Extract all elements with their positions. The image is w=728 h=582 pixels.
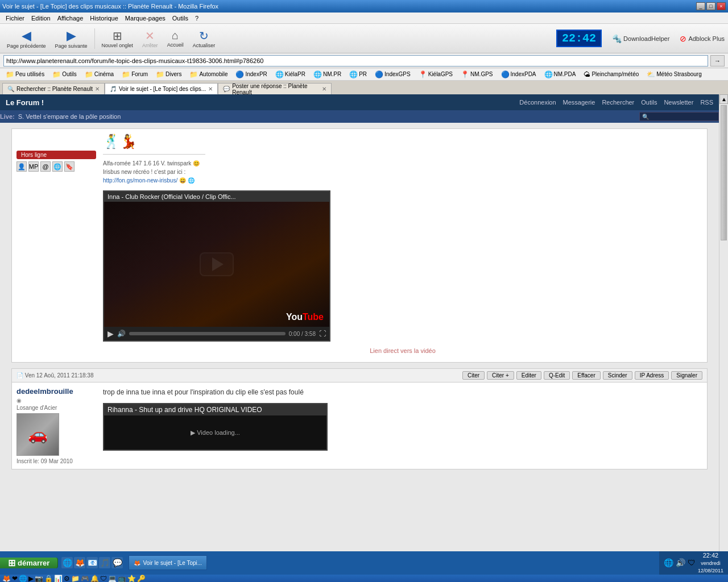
menu-fichier[interactable]: Fichier (2, 14, 28, 23)
tb-icon-1[interactable]: 🦊 (2, 575, 11, 582)
fullscreen-icon[interactable]: ⛶ (319, 330, 326, 338)
bookmark-indexgps2[interactable]: 🔵 IndexPDA (498, 69, 540, 80)
adblock-icon: ⊘ (680, 34, 686, 43)
minimize-button[interactable]: _ (696, 2, 705, 10)
scroll-track[interactable] (719, 104, 728, 555)
menu-marque-pages[interactable]: Marque-pages (122, 14, 169, 23)
offline-button[interactable]: Hors ligne (16, 151, 96, 159)
firefox-icon[interactable]: 🦊 (74, 557, 85, 568)
bookmark-forum[interactable]: 📁 Forum (118, 69, 151, 80)
tb-icon-10[interactable]: 🎮 (81, 575, 89, 582)
tab-topic[interactable]: 🎵 Voir le sujet - [Le Topic] des clips..… (105, 83, 218, 94)
tray-security-icon[interactable]: 🛡 (688, 558, 696, 567)
bookmark-peu-utilises[interactable]: 📁 Peu utilisés (2, 69, 48, 80)
tb-icon-4[interactable]: ▶ (28, 575, 34, 582)
play-ctrl-icon[interactable]: ▶ (107, 329, 114, 338)
menu-edition[interactable]: Edition (28, 14, 54, 23)
menu-historique[interactable]: Historique (86, 14, 122, 23)
refresh-button[interactable]: ↻ Actualiser (189, 28, 219, 49)
stop-button[interactable]: ✕ Arrêter (139, 28, 162, 49)
maximize-button[interactable]: □ (706, 2, 715, 10)
system-clock[interactable]: 22:42 vendredi 12/08/2011 (698, 551, 723, 575)
scinder-button-2[interactable]: Scinder (603, 371, 632, 380)
progress-bar[interactable] (129, 332, 286, 335)
mp-icon[interactable]: MP (28, 161, 39, 172)
tb-icon-6[interactable]: 🔒 (44, 575, 53, 582)
tray-sound-icon[interactable]: 🔊 (676, 558, 685, 567)
mail-icon[interactable]: 📧 (86, 557, 98, 568)
start-button[interactable]: ⊞ démarrer (0, 558, 58, 568)
email-icon[interactable]: @ (40, 161, 51, 172)
nav-newsletter[interactable]: Newsletter (664, 99, 693, 106)
tb-icon-5[interactable]: 📷 (35, 575, 43, 582)
close-button[interactable]: × (717, 2, 726, 10)
tab-search[interactable]: 🔍 Rechercher :: Planète Renault ✕ (2, 83, 105, 94)
tab-close-search[interactable]: ✕ (95, 86, 100, 92)
menu-help[interactable]: ? (192, 14, 202, 23)
signaler-button-2[interactable]: Signaler (671, 371, 702, 380)
go-button[interactable]: → (710, 55, 725, 66)
address-input[interactable] (3, 55, 708, 66)
nav-rss[interactable]: RSS (700, 99, 713, 106)
video-direct-link[interactable]: Lien direct vers la vidéo (370, 347, 436, 354)
bookmark-automobile[interactable]: 📁 Automobile (186, 69, 231, 80)
scroll-up-button[interactable]: ▲ (719, 94, 728, 104)
sig-link[interactable]: http://fon.gs/mon-new-irisbus/ (103, 177, 177, 184)
nav-deconnexion[interactable]: Déconnexion (519, 99, 556, 106)
profile-icon[interactable]: 👤 (16, 161, 27, 172)
tab-close-topic[interactable]: ✕ (208, 86, 213, 92)
bookmark-nmpda[interactable]: 🌐 NM.PDA (541, 69, 580, 80)
tb-icon-9[interactable]: 📁 (71, 575, 80, 582)
bookmark-indexgps[interactable]: 🔵 IndexGPS (371, 69, 414, 80)
citer-button-2[interactable]: Citer (462, 371, 485, 380)
media-icon[interactable]: 🎵 (99, 557, 110, 568)
menu-outils[interactable]: Outils (169, 14, 192, 23)
tb-icon-2[interactable]: ❤ (12, 575, 18, 582)
task-firefox[interactable]: 🦊 Voir le sujet - [Le Topi... (129, 555, 207, 570)
nav-messagerie[interactable]: Messagerie (563, 99, 595, 106)
menu-affichage[interactable]: Affichage (54, 14, 87, 23)
back-button[interactable]: ◀ Page précédente (3, 27, 49, 50)
citer-plus-button-2[interactable]: Citer + (487, 371, 514, 380)
tb-icon-16[interactable]: 🔑 (137, 575, 146, 582)
home-button[interactable]: ⌂ Accueil (164, 28, 187, 49)
bookmark-user-icon[interactable]: 🔖 (64, 161, 75, 172)
tb-icon-15[interactable]: ⭐ (127, 575, 136, 582)
tb-icon-8[interactable]: ⚙ (64, 575, 70, 582)
bookmark-nmgps[interactable]: 📍 NM.GPS (457, 69, 496, 80)
bookmark-pleinchamp[interactable]: 🌤 Pleinchamp/météo (580, 69, 642, 80)
tb-icon-11[interactable]: 🔔 (90, 575, 99, 582)
bookmark-pr[interactable]: 🌐 PR (346, 69, 370, 80)
new-tab-label: Nouvel onglet (102, 43, 133, 48)
tb-icon-7[interactable]: 📊 (54, 575, 63, 582)
tab-poster[interactable]: 💬 Poster une réponse :: Planète Renault … (218, 83, 332, 94)
bookmark-meteo[interactable]: ⛅ Météo Strasbourg (643, 69, 705, 80)
nav-outils[interactable]: Outils (641, 99, 657, 106)
bookmark-kielagps[interactable]: 📍 KiélaGPS (415, 69, 456, 80)
forward-button[interactable]: ▶ Page suivante (52, 27, 91, 50)
tab-close-poster[interactable]: ✕ (322, 86, 326, 92)
volume-icon[interactable]: 🔊 (117, 330, 126, 338)
tb-icon-13[interactable]: 💻 (108, 575, 117, 582)
bookmark-cinema[interactable]: 📁 Cinéma (81, 69, 117, 80)
bookmark-divers[interactable]: 📁 Divers (152, 69, 185, 80)
bookmark-nmpr[interactable]: 🌐 NM.PR (310, 69, 345, 80)
web-icon[interactable]: 🌐 (52, 161, 63, 172)
ie-icon[interactable]: 🌐 (61, 557, 73, 568)
bookmark-outils[interactable]: 📁 Outils (49, 69, 80, 80)
messenger-icon[interactable]: 💬 (111, 557, 123, 568)
forum-search-input[interactable] (639, 112, 719, 121)
tb-icon-14[interactable]: 📺 (118, 575, 126, 582)
new-tab-button[interactable]: ⊞ Nouvel onglet (98, 28, 136, 49)
tb-icon-12[interactable]: 🛡 (100, 575, 107, 582)
qedit-button-2[interactable]: Q-Edit (544, 371, 570, 380)
tray-network-icon[interactable]: 🌐 (664, 558, 673, 567)
nav-rechercher[interactable]: Rechercher (602, 99, 634, 106)
effacer-button-2[interactable]: Effacer (572, 371, 601, 380)
ip-adress-button-2[interactable]: IP Adress (635, 371, 669, 380)
editer-button-2[interactable]: Editer (516, 371, 541, 380)
tb-icon-3[interactable]: 🌐 (19, 575, 27, 582)
bookmark-indexpr[interactable]: 🔵 IndexPR (232, 69, 270, 80)
bookmark-kielapr[interactable]: 🌐 KiélaPR (272, 69, 309, 80)
scroll-thumb[interactable] (721, 105, 727, 240)
